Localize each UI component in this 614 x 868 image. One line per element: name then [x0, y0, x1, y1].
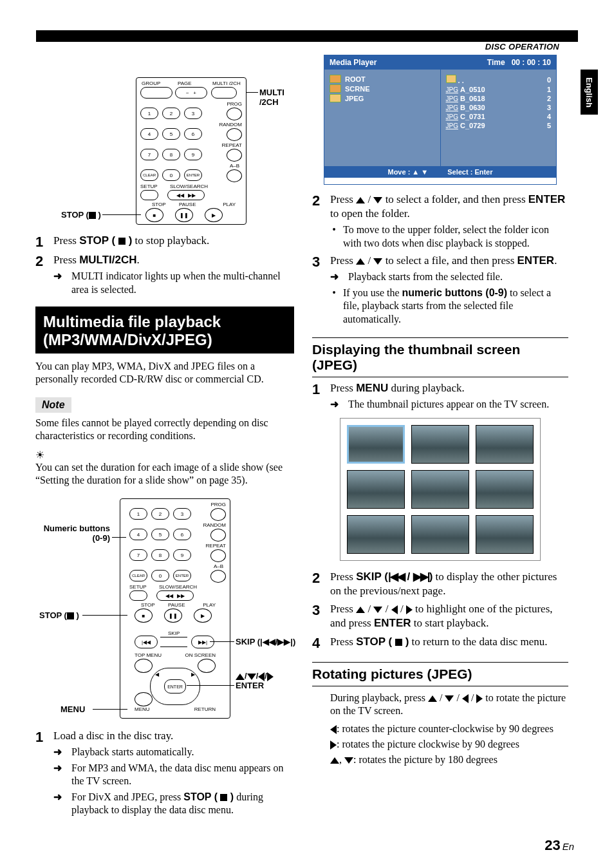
language-tab: English	[581, 70, 598, 115]
step: 2 Press MULTI/2CH. ➜MULTI indicator ligh…	[35, 253, 294, 296]
callout-menu: MENU	[60, 704, 85, 714]
rc-label: GROUP	[142, 80, 160, 86]
rc-label: PROG	[227, 101, 242, 107]
rc-label: RANDOM	[219, 122, 242, 127]
step-number: 1	[35, 729, 46, 816]
section-heading: Multimedia file playback (MP3/WMA/DivX/J…	[35, 307, 294, 354]
thumbnail	[476, 425, 534, 464]
step: 1 Press STOP ( ) to stop playback.	[35, 234, 294, 249]
rotate-intro: During playback, press / / / to rotate t…	[330, 692, 568, 717]
step: 1 Load a disc in the disc tray. ➜Playbac…	[35, 729, 294, 816]
thumbnail	[411, 515, 469, 554]
thumbnail	[411, 425, 469, 464]
page-number: 23En	[544, 837, 574, 854]
callout-numeric: Numeric buttons (0-9)	[39, 524, 110, 543]
rc-label: STOP	[152, 202, 166, 207]
rc-label: PLAY	[223, 202, 236, 207]
step-number: 2	[35, 253, 46, 296]
mp-file-pane: . .0 JPG A_05101 JPG B_06182 JPG B_06303…	[440, 70, 557, 166]
step: 1 Press MENU during playback. ➜The thumb…	[312, 381, 568, 411]
step: 2 Press / to select a folder, and then p…	[312, 193, 568, 250]
callout-arrows: ///ENTER	[236, 672, 274, 690]
rc-label: A–B	[230, 163, 239, 169]
step: 3 Press / to select a file, and then pre…	[312, 254, 568, 326]
thumbnail	[347, 425, 405, 464]
substep-text: MULTI indicator lights up when the multi…	[71, 270, 294, 296]
remote-diagram-2: PROG RANDOM REPEAT A–B 1 2 3 4 5 6 7 8 9…	[42, 498, 287, 724]
step: 4 Press STOP ( ) to return to the data d…	[312, 635, 568, 650]
callout-stop: STOP ( )	[61, 210, 101, 220]
note-body: Some files cannot be played correctly de…	[35, 417, 294, 442]
callout-skip: SKIP (|◀◀/▶▶|)	[236, 637, 295, 646]
thumbnail	[347, 515, 405, 554]
rc-label: SETUP	[140, 184, 158, 189]
step: 2 Press SKIP (|◀◀ / ▶▶|) to display the …	[312, 570, 568, 599]
rc-label: PAUSE	[179, 202, 196, 207]
header-bar	[36, 30, 578, 42]
rc-label: PAGE	[178, 80, 192, 86]
tip-icon: ☀	[35, 449, 294, 461]
thumbnail	[347, 470, 405, 509]
rc-label: SLOW/SEARCH	[170, 184, 208, 189]
header-section: DISC OPERATION	[485, 42, 559, 52]
media-player-screen: Media Player Time 00 : 00 : 10 ROOT SCRN…	[324, 55, 557, 185]
thumbnail	[476, 515, 534, 554]
language-tab-label: English	[584, 77, 594, 108]
subheading: Rotating pictures (JPEG)	[312, 662, 568, 686]
thumbnail-grid	[340, 418, 541, 561]
step-number: 1	[35, 234, 46, 249]
subheading: Displaying the thumbnail screen (JPEG)	[312, 337, 568, 377]
rc-label: REPEAT	[222, 142, 242, 148]
mp-folder-pane: ROOT SCRNE JPEG	[324, 70, 440, 166]
tip-text: You can set the duration for each image …	[35, 461, 294, 487]
callout-stop: STOP ( )	[39, 610, 79, 620]
thumbnail	[476, 470, 534, 509]
callout-multi: MULTI /2CH	[259, 88, 284, 107]
step: 3 Press / / / to highlight one of the pi…	[312, 602, 568, 630]
remote-diagram-1: GROUP PAGE MULTI /2CH − + PROG RANDOM RE…	[65, 77, 265, 229]
rc-label: MULTI /2CH	[212, 80, 241, 86]
thumbnail	[411, 470, 469, 509]
note-label: Note	[35, 397, 71, 413]
mp-title: Media Player	[330, 58, 377, 67]
intro-text: You can play MP3, WMA, DivX and JPEG fil…	[35, 360, 294, 386]
